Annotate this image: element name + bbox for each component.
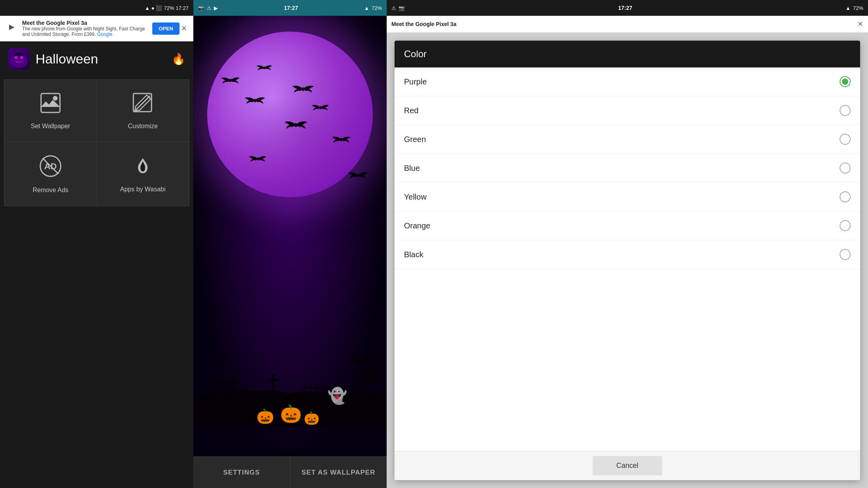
- ad-brand: Google: [97, 32, 112, 37]
- panel-app-menu: ▲ ● ⬛ 72% 17:27 ▶ Meet the Google Pixel …: [0, 0, 193, 488]
- color-options-list: Purple Red Green Blue: [395, 67, 860, 451]
- color-option-purple[interactable]: Purple: [395, 67, 860, 96]
- remove-ads-icon: AD: [39, 154, 62, 181]
- settings-button[interactable]: SETTINGS: [193, 456, 290, 488]
- svg-point-2: [20, 56, 23, 59]
- set-wallpaper-icon: [39, 92, 62, 117]
- ad-close-button[interactable]: ✕: [180, 22, 189, 34]
- ghost-element: 👻: [327, 387, 347, 405]
- svg-rect-28: [323, 384, 324, 396]
- apps-by-wasabi-button[interactable]: Apps by Wasabi: [97, 142, 189, 206]
- wallpaper-display: 🎃 🎃 🎃 👻: [193, 16, 387, 456]
- ad-open-button[interactable]: OPEN: [152, 22, 180, 35]
- svg-rect-22: [229, 381, 239, 383]
- svg-line-6: [136, 96, 150, 110]
- status-icons-panel1: ▲ ● ⬛ 72% 17:27: [145, 5, 189, 11]
- color-label-black: Black: [404, 250, 423, 259]
- ad-close-panel3[interactable]: ✕: [857, 20, 863, 28]
- pumpkin-1: 🎃: [256, 408, 274, 425]
- screenshot-icon-p3: 📷: [398, 5, 405, 11]
- panel-wallpaper-preview: 📷 ⚠ ▶ 17:27 ▲ 72%: [193, 0, 387, 488]
- svg-point-15: [294, 123, 297, 127]
- ad-title-panel3: Meet the Google Pixel 3a: [391, 21, 456, 27]
- color-label-yellow: Yellow: [404, 193, 427, 202]
- svg-point-1: [15, 56, 18, 59]
- ad-subtitle: The new phone from Google with Night Sig…: [22, 26, 145, 37]
- radio-purple: [840, 76, 851, 87]
- customize-icon: [132, 92, 154, 117]
- radio-orange: [840, 220, 851, 231]
- svg-rect-27: [316, 384, 318, 396]
- color-option-orange[interactable]: Orange: [395, 211, 860, 240]
- status-right-panel3: ▲ 72%: [846, 5, 863, 11]
- pumpkin-2: 🎃: [280, 404, 302, 424]
- cancel-button[interactable]: Cancel: [593, 456, 662, 475]
- radio-black: [840, 249, 851, 260]
- remove-ads-button[interactable]: AD Remove Ads: [5, 142, 96, 206]
- svg-point-18: [357, 174, 359, 178]
- radio-green: [840, 134, 851, 145]
- dialog-header: Color: [395, 41, 860, 67]
- status-right-panel2: ▲ 72%: [364, 5, 382, 11]
- apps-by-wasabi-label: Apps by Wasabi: [120, 186, 165, 193]
- status-bar-panel1: ▲ ● ⬛ 72% 17:27: [0, 0, 193, 16]
- svg-point-13: [302, 87, 305, 91]
- ad-text: Meet the Google Pixel 3a The new phone f…: [22, 20, 145, 37]
- color-label-blue: Blue: [404, 164, 420, 173]
- bat-4: [292, 83, 314, 95]
- time-panel1: 17:27: [176, 5, 189, 11]
- svg-point-12: [254, 99, 256, 103]
- ad-title: Meet the Google Pixel 3a: [22, 20, 145, 26]
- signal-icon-p2: ▲: [364, 5, 369, 11]
- bat-7: [331, 134, 351, 145]
- dialog-footer: Cancel: [395, 451, 860, 480]
- status-bar-panel3: ⚠ 📷 17:27 ▲ 72%: [387, 0, 868, 16]
- bat-2: [256, 63, 272, 73]
- pumpkin-3: 🎃: [304, 411, 320, 426]
- svg-rect-23: [272, 374, 275, 392]
- panel-color-dialog: ⚠ 📷 17:27 ▲ 72% Meet the Google Pixel 3a…: [387, 0, 868, 488]
- play-icon: ▶: [214, 5, 218, 11]
- status-icons-panel2: 📷 ⚠ ▶: [198, 5, 218, 11]
- time-panel2: 17:27: [284, 5, 298, 11]
- battery-text: 72%: [164, 5, 174, 11]
- app-title: Halloween: [36, 51, 98, 67]
- dialog-overlay: Color Purple Red Green: [387, 33, 868, 488]
- customize-button[interactable]: Customize: [97, 80, 189, 142]
- set-as-wallpaper-button[interactable]: SET AS WALLPAPER: [290, 456, 387, 488]
- bat-9: [347, 170, 369, 181]
- bat-3: [245, 95, 265, 107]
- bat-6: [284, 118, 308, 132]
- color-label-green: Green: [404, 135, 426, 144]
- flame-header-icon: 🔥: [172, 52, 185, 65]
- svg-point-10: [229, 79, 232, 82]
- color-label-red: Red: [404, 106, 419, 115]
- status-bar-panel2: 📷 ⚠ ▶ 17:27 ▲ 72%: [193, 0, 387, 16]
- app-icon: [8, 48, 30, 70]
- svg-point-14: [319, 106, 322, 109]
- set-wallpaper-label: Set Wallpaper: [31, 123, 70, 130]
- ad-logo-icon: ▶: [5, 20, 19, 34]
- color-option-black[interactable]: Black: [395, 240, 860, 269]
- radio-red: [840, 105, 851, 116]
- customize-label: Customize: [128, 123, 158, 130]
- status-left-panel3: ⚠ 📷: [391, 5, 405, 11]
- color-option-yellow[interactable]: Yellow: [395, 183, 860, 211]
- ad-content: ▶ Meet the Google Pixel 3a The new phone…: [5, 20, 152, 37]
- wifi-icon: ●: [152, 5, 155, 11]
- svg-rect-24: [268, 379, 279, 381]
- color-option-red[interactable]: Red: [395, 96, 860, 125]
- color-option-green[interactable]: Green: [395, 125, 860, 154]
- remove-ads-label: Remove Ads: [33, 187, 69, 194]
- set-wallpaper-button[interactable]: Set Wallpaper: [5, 80, 96, 142]
- color-option-blue[interactable]: Blue: [395, 154, 860, 183]
- wallpaper-bottom-bar: SETTINGS SET AS WALLPAPER: [193, 456, 387, 488]
- warning-icon-p3: ⚠: [391, 5, 396, 11]
- svg-point-11: [264, 67, 266, 69]
- svg-point-16: [340, 138, 342, 141]
- svg-rect-20: [213, 382, 223, 385]
- svg-point-4: [53, 96, 58, 101]
- screenshot-icon: 📷: [198, 5, 204, 11]
- dialog-title: Color: [404, 49, 427, 59]
- app-header: Halloween 🔥: [0, 41, 193, 76]
